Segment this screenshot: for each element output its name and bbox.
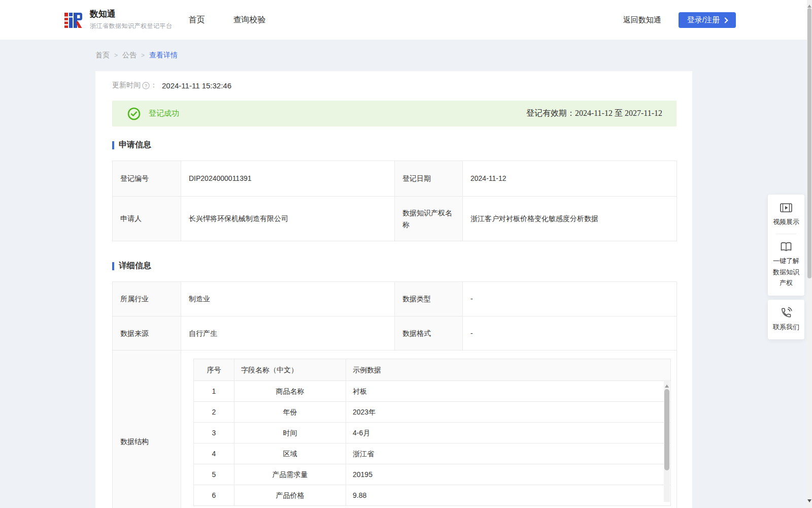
floating-widgets: 视频展示 一键了解数据知识产权 联系我们 <box>768 195 804 339</box>
reg-no-value: DIP2024000011391 <box>181 161 395 197</box>
col-header-field-name: 字段名称（中文） <box>234 359 346 381</box>
ip-name-label: 数据知识产权名称 <box>395 197 463 241</box>
cell-sample: 20195 <box>346 464 671 485</box>
header-right: 返回数知通 登录/注册 <box>623 12 736 28</box>
update-time-row: 更新时间 ? ： 2024-11-11 15:32:46 <box>112 80 676 90</box>
back-to-portal-link[interactable]: 返回数知通 <box>623 15 661 25</box>
table-row: 数据结构 序号 字段名称（中文） 示例数据 1 商品名称 衬板 <box>113 351 677 508</box>
structure-header-row: 序号 字段名称（中文） 示例数据 <box>194 359 671 381</box>
table-row: 2 年份 2023年 <box>194 402 671 423</box>
update-time-label: 更新时间 <box>112 81 141 90</box>
cell-sample: 4-6月 <box>346 423 671 443</box>
data-format-label: 数据格式 <box>395 316 463 351</box>
main-nav: 首页 查询校验 <box>189 15 266 25</box>
cell-field-name: 商品名称 <box>234 381 346 402</box>
cell-sample: 9.88 <box>346 485 671 506</box>
cell-index: 5 <box>194 464 234 485</box>
table-row: 4 区域 浙江省 <box>194 443 671 464</box>
table-row: 6 产品价格 9.88 <box>194 485 671 506</box>
svg-text:?: ? <box>145 83 147 88</box>
section-title-application-label: 申请信息 <box>119 140 151 150</box>
registration-success-banner: 登记成功 登记有效期：2024-11-12 至 2027-11-12 <box>112 101 676 126</box>
cell-index: 2 <box>194 402 234 423</box>
reg-date-label: 登记日期 <box>395 161 463 197</box>
cell-index: 3 <box>194 423 234 443</box>
page-scrollbar[interactable] <box>807 0 812 508</box>
detail-info-table: 所属行业 制造业 数据类型 - 数据来源 自行产生 数据格式 - 数据结构 序号… <box>112 281 677 508</box>
chevron-right-icon <box>722 17 728 23</box>
question-circle-icon[interactable]: ? <box>142 82 150 89</box>
cell-field-name: 年份 <box>234 402 346 423</box>
cell-index: 4 <box>194 443 234 464</box>
section-title-application: 申请信息 <box>112 140 676 150</box>
status-text: 登记成功 <box>149 109 179 118</box>
brand-title: 数知通 <box>90 9 173 19</box>
breadcrumb-current[interactable]: 查看详情 <box>149 51 178 60</box>
structure-table-wrapper: 序号 字段名称（中文） 示例数据 1 商品名称 衬板 2 年份 2023 <box>181 351 676 506</box>
login-register-button[interactable]: 登录/注册 <box>679 12 736 28</box>
cell-index: 1 <box>194 381 234 402</box>
data-type-label: 数据类型 <box>395 282 463 316</box>
reg-no-label: 登记编号 <box>113 161 181 197</box>
breadcrumb-announcements[interactable]: 公告 <box>122 51 137 60</box>
table-row: 登记编号 DIP2024000011391 登记日期 2024-11-12 <box>113 161 677 197</box>
cell-field-name: 产品价格 <box>234 485 346 506</box>
validity-period: 登记有效期：2024-11-12 至 2027-11-12 <box>526 108 662 119</box>
industry-label: 所属行业 <box>113 282 181 316</box>
breadcrumb: 首页 > 公告 > 查看详情 <box>95 51 812 60</box>
update-time-value: 2024-11-11 15:32:46 <box>162 81 231 90</box>
table-row: 5 产品需求量 20195 <box>194 464 671 485</box>
validity-label: 登记有效期： <box>526 109 575 117</box>
detail-card: 更新时间 ? ： 2024-11-11 15:32:46 登记成功 登记有效期：… <box>95 71 692 508</box>
cell-sample: 衬板 <box>346 381 671 402</box>
scroll-up-arrow-icon[interactable] <box>665 383 669 388</box>
col-header-index: 序号 <box>194 359 234 381</box>
structure-table: 序号 字段名称（中文） 示例数据 1 商品名称 衬板 2 年份 2023 <box>193 359 671 506</box>
data-structure-label: 数据结构 <box>113 351 181 508</box>
section-title-detail-label: 详细信息 <box>119 261 151 271</box>
table-row: 3 时间 4-6月 <box>194 423 671 443</box>
applicant-label: 申请人 <box>113 197 181 241</box>
table-row: 所属行业 制造业 数据类型 - <box>113 282 677 316</box>
industry-value: 制造业 <box>181 282 395 316</box>
brand-subtitle: 浙江省数据知识产权登记平台 <box>90 22 173 30</box>
top-header: 数知通 浙江省数据知识产权登记平台 首页 查询校验 返回数知通 登录/注册 <box>0 0 812 40</box>
nav-item-query-verify[interactable]: 查询校验 <box>233 15 266 25</box>
cell-field-name: 产品需求量 <box>234 464 346 485</box>
divider <box>776 234 796 234</box>
floating-card-contact[interactable]: 联系我们 <box>768 300 804 339</box>
structure-table-scrollbar[interactable] <box>664 380 670 502</box>
floating-card-top: 视频展示 一键了解数据知识产权 <box>768 195 804 296</box>
cell-sample: 浙江省 <box>346 443 671 464</box>
section-bar <box>112 141 114 149</box>
table-row: 申请人 长兴悍将环保机械制造有限公司 数据知识产权名称 浙江客户对衬板价格变化敏… <box>113 197 677 241</box>
scrollbar-thumb[interactable] <box>807 8 811 278</box>
data-structure-cell: 序号 字段名称（中文） 示例数据 1 商品名称 衬板 2 年份 2023 <box>181 351 677 508</box>
login-register-label: 登录/注册 <box>687 15 720 25</box>
cell-field-name: 区域 <box>234 443 346 464</box>
applicant-value: 长兴悍将环保机械制造有限公司 <box>181 197 395 241</box>
scroll-up-arrow-icon[interactable] <box>807 3 811 8</box>
table-row: 1 商品名称 衬板 <box>194 381 671 402</box>
video-showcase-item[interactable]: 视频展示 <box>771 202 801 227</box>
breadcrumb-home[interactable]: 首页 <box>95 51 110 60</box>
update-time-colon: ： <box>150 81 157 90</box>
scrollbar-thumb[interactable] <box>664 389 669 470</box>
table-row: 数据来源 自行产生 数据格式 - <box>113 316 677 351</box>
section-title-detail: 详细信息 <box>112 261 676 271</box>
cell-sample: 2023年 <box>346 402 671 423</box>
guide-item[interactable]: 一键了解数据知识产权 <box>771 241 801 288</box>
nav-item-home[interactable]: 首页 <box>189 15 205 25</box>
data-format-value: - <box>463 316 677 351</box>
data-type-value: - <box>463 282 677 316</box>
ip-name-value: 浙江客户对衬板价格变化敏感度分析数据 <box>463 197 677 241</box>
reg-date-value: 2024-11-12 <box>463 161 677 197</box>
col-header-sample-data: 示例数据 <box>346 359 671 381</box>
cell-index: 6 <box>194 485 234 506</box>
brand-text: 数知通 浙江省数据知识产权登记平台 <box>90 9 173 30</box>
breadcrumb-separator: > <box>114 52 118 59</box>
scroll-down-arrow-icon[interactable] <box>807 499 811 504</box>
application-info-table: 登记编号 DIP2024000011391 登记日期 2024-11-12 申请… <box>112 161 677 241</box>
brand[interactable]: 数知通 浙江省数据知识产权登记平台 <box>63 9 173 30</box>
section-bar <box>112 262 114 270</box>
